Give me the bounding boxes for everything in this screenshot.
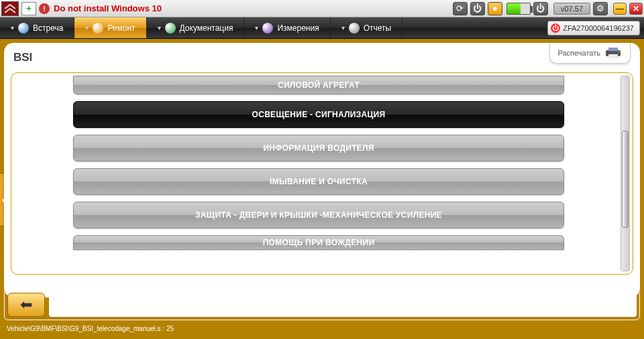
alert-icon: ! — [39, 3, 50, 14]
main-area: ▸ BSI Распечатать СИЛОВОЙ АГРЕГАТОСВЕЩЕН… — [0, 39, 644, 339]
vin-text: ZFA27000064196237 — [563, 24, 634, 32]
tab-label: Встреча — [33, 23, 63, 33]
menu-item-4[interactable]: ЗАЩИТА - ДВЕРИ И КРЫШКИ -МЕХАНИЧЕСКОЕ УС… — [73, 202, 564, 228]
svg-rect-1 — [608, 48, 618, 51]
tab-label: Измерения — [277, 23, 319, 33]
tab-label: Отчеты — [364, 23, 391, 33]
print-label: Распечатать — [558, 49, 600, 57]
nav-tab-1[interactable]: ▾Ремонт — [74, 17, 146, 38]
power-icon[interactable]: ⏻ — [470, 2, 485, 15]
add-tab-button[interactable]: ＋ — [21, 2, 36, 15]
minimize-button[interactable]: — — [613, 3, 627, 15]
settings-icon[interactable]: ⚙ — [593, 2, 608, 15]
menu-list: СИЛОВОЙ АГРЕГАТОСВЕЩЕНИЕ - СИГНАЛИЗАЦИЯИ… — [19, 76, 618, 271]
printer-icon — [604, 47, 622, 59]
menu-item-1[interactable]: ОСВЕЩЕНИЕ - СИГНАЛИЗАЦИЯ — [73, 101, 564, 128]
chevron-down-icon: ▾ — [341, 24, 345, 31]
scrollbar[interactable] — [621, 76, 630, 271]
tab-icon — [18, 23, 29, 33]
nav-tab-3[interactable]: ▾Измерения — [244, 17, 330, 38]
version-label: v07.57 — [553, 3, 590, 15]
power-dot-icon: ⏻ — [551, 23, 560, 33]
page-title: BSI — [13, 51, 32, 64]
tab-icon — [262, 23, 273, 33]
titlebar: ＋ ! Do not install Windows 10 ⟳ ⏻ ● ⏻ v0… — [0, 0, 644, 17]
chevron-down-icon: ▾ — [255, 24, 258, 31]
sync-icon[interactable]: ⟳ — [453, 2, 468, 15]
chevron-down-icon: ▾ — [158, 24, 161, 31]
orange-indicator-icon[interactable]: ● — [488, 2, 502, 15]
menu-item-5[interactable]: ПОМОЩЬ ПРИ ВОЖДЕНИИ — [73, 235, 564, 250]
menu-item-2[interactable]: ИНФОРМАЦИЯ ВОДИТЕЛЯ — [73, 135, 564, 161]
print-button[interactable]: Распечатать — [549, 43, 631, 64]
window-title: Do not install Windows 10 — [54, 3, 162, 13]
tab-icon — [349, 23, 360, 33]
footer-field[interactable] — [49, 293, 637, 317]
nav-tab-4[interactable]: ▾Отчеты — [331, 17, 402, 38]
menu-item-0[interactable]: СИЛОВОЙ АГРЕГАТ — [73, 76, 564, 94]
svg-point-3 — [618, 52, 619, 53]
battery-indicator — [506, 3, 531, 15]
page-panel: BSI Распечатать СИЛОВОЙ АГРЕГАТОСВЕЩЕНИЕ… — [4, 43, 640, 297]
main-navbar: ▾Встреча▾Ремонт▾Документация▾Измерения▾О… — [0, 17, 644, 39]
footer-bar: ⬅ — [4, 289, 640, 320]
status-text: Vehicle\G9\BMF\BSI\G9_BSI_telecodage_man… — [7, 325, 174, 332]
brand-logo — [1, 1, 19, 16]
tab-icon — [165, 23, 176, 33]
scroll-thumb[interactable] — [622, 131, 629, 228]
content-frame: СИЛОВОЙ АГРЕГАТОСВЕЩЕНИЕ - СИГНАЛИЗАЦИЯИ… — [11, 72, 633, 275]
tab-label: Ремонт — [107, 23, 135, 33]
svg-rect-2 — [608, 54, 618, 58]
chevron-down-icon: ▾ — [11, 24, 14, 31]
nav-tab-0[interactable]: ▾Встреча — [0, 17, 74, 38]
close-button[interactable]: ✕ — [629, 3, 643, 15]
tab-label: Документация — [180, 23, 233, 33]
secondary-power-icon[interactable]: ⏻ — [533, 2, 548, 15]
tab-icon — [93, 23, 103, 33]
nav-tab-2[interactable]: ▾Документация — [147, 17, 245, 38]
chevron-down-icon: ▾ — [85, 24, 89, 31]
back-button[interactable]: ⬅ — [7, 293, 45, 317]
vin-badge[interactable]: ⏻ ZFA27000064196237 — [547, 21, 640, 36]
menu-item-3[interactable]: IМЫВАНИЕ И ОЧИСТКА — [73, 168, 564, 195]
